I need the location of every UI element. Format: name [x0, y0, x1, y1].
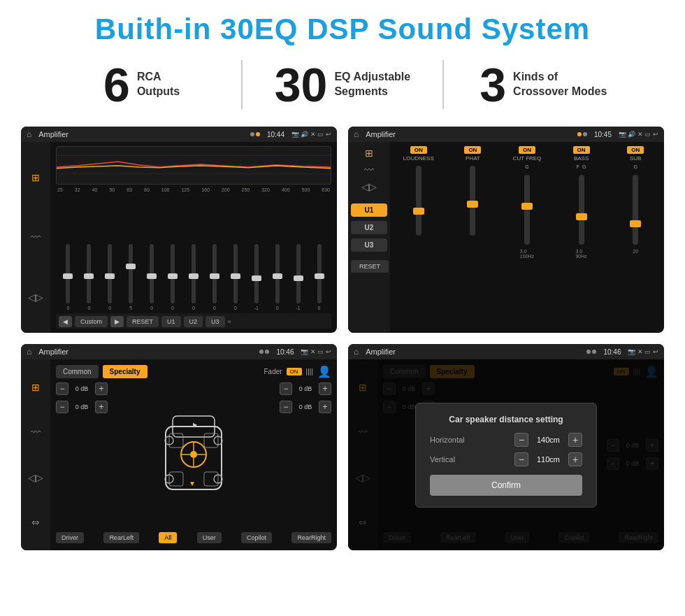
vertical-minus-btn[interactable]: − [514, 452, 528, 466]
slider-track-5[interactable] [171, 244, 175, 303]
vertical-plus-btn[interactable]: + [568, 452, 582, 466]
wave-icon[interactable]: 〰 [31, 231, 41, 243]
amp-preset-u1[interactable]: U1 [351, 203, 387, 217]
vol-minus-bl[interactable]: − [56, 401, 68, 413]
slider-thumb-5[interactable] [168, 273, 178, 279]
eq-slider-3[interactable]: 5 [122, 244, 140, 310]
slider-thumb-12[interactable] [315, 273, 324, 279]
eq-custom-button[interactable]: Custom [75, 316, 108, 327]
all-btn[interactable]: All [159, 532, 177, 543]
cutfreq-slider[interactable] [524, 175, 530, 245]
horizontal-minus-btn[interactable]: − [514, 433, 528, 447]
slider-track-10[interactable] [275, 244, 280, 303]
slider-thumb-11[interactable] [294, 275, 303, 281]
amp-eq-icon[interactable]: ⊞ [365, 148, 373, 159]
slider-thumb-9[interactable] [252, 275, 261, 281]
home-icon-4[interactable]: ⌂ [354, 347, 359, 357]
sub-thumb[interactable] [630, 220, 641, 227]
slider-track-7[interactable] [212, 244, 217, 303]
loudness-slider[interactable] [416, 166, 421, 236]
eq-slider-10[interactable]: 0 [268, 244, 287, 310]
slider-thumb-2[interactable] [105, 273, 115, 279]
slider-track-11[interactable] [296, 244, 301, 303]
rearright-btn[interactable]: RearRight [291, 532, 331, 543]
vol-plus-tl[interactable]: + [95, 382, 108, 395]
vol-minus-tr[interactable]: − [280, 382, 292, 395]
slider-thumb-8[interactable] [231, 273, 240, 279]
eq-slider-5[interactable]: 0 [164, 244, 182, 310]
amp-preset-u2[interactable]: U2 [351, 221, 387, 234]
eq-slider-12[interactable]: 0 [310, 244, 329, 310]
slider-thumb-4[interactable] [147, 273, 157, 279]
specialty-tab[interactable]: Specialty [103, 365, 147, 378]
eq-next-button[interactable]: ▶ [110, 316, 124, 327]
slider-val-7: 0 [213, 306, 216, 310]
sub-slider[interactable] [633, 175, 638, 245]
slider-track-1[interactable] [87, 244, 91, 303]
horizontal-plus-btn[interactable]: + [568, 433, 582, 447]
fader-on-badge: ON [287, 368, 302, 375]
user-btn[interactable]: User [197, 532, 222, 543]
vol-minus-br[interactable]: − [280, 401, 292, 413]
eq-u3-button[interactable]: U3 [206, 316, 225, 327]
slider-track-2[interactable] [108, 244, 112, 303]
s3-arrows-icon[interactable]: ⇔ [31, 517, 40, 528]
slider-thumb-0[interactable] [63, 273, 73, 279]
amp-wave-icon[interactable]: 〰 [364, 164, 374, 176]
eq-reset-button[interactable]: RESET [127, 316, 159, 327]
eq-slider-11[interactable]: -1 [289, 244, 308, 310]
slider-track-3[interactable] [129, 244, 133, 303]
phat-slider[interactable] [470, 166, 475, 236]
vol-plus-br[interactable]: + [319, 401, 331, 413]
vol-minus-tl[interactable]: − [56, 382, 68, 395]
eq-slider-9[interactable]: -1 [247, 244, 266, 310]
slider-track-9[interactable] [254, 244, 259, 303]
phat-label: PHAT [466, 155, 480, 162]
eq-slider-6[interactable]: 0 [185, 244, 203, 310]
loudness-thumb[interactable] [413, 208, 424, 215]
slider-thumb-6[interactable] [189, 273, 199, 279]
cutfreq-thumb[interactable] [521, 203, 533, 210]
slider-track-6[interactable] [192, 244, 196, 303]
slider-thumb-1[interactable] [84, 273, 94, 279]
eq-slider-7[interactable]: 0 [205, 244, 224, 310]
vol-plus-bl[interactable]: + [95, 401, 108, 413]
slider-thumb-7[interactable] [210, 273, 219, 279]
s3-eq-icon[interactable]: ⊞ [31, 382, 40, 393]
eq-u2-button[interactable]: U2 [184, 316, 203, 327]
eq-u1-button[interactable]: U1 [161, 316, 181, 327]
eq-slider-0[interactable]: 0 [59, 244, 78, 310]
slider-track-8[interactable] [233, 244, 238, 303]
bass-slider[interactable] [579, 175, 584, 245]
eq-slider-4[interactable]: 0 [143, 244, 161, 310]
copilot-btn[interactable]: Copilot [241, 532, 272, 543]
phat-thumb[interactable] [467, 201, 478, 208]
volume-icon[interactable]: ◁▷ [28, 292, 43, 303]
driver-btn[interactable]: Driver [56, 532, 84, 543]
amp-reset-button[interactable]: RESET [351, 260, 389, 273]
fader-slider[interactable]: |||| [306, 368, 313, 375]
home-icon-2[interactable]: ⌂ [354, 129, 359, 139]
eq-prev-button[interactable]: ◀ [59, 316, 72, 327]
slider-thumb-3[interactable] [126, 264, 136, 269]
eq-slider-2[interactable]: 0 [101, 244, 120, 310]
bass-thumb[interactable] [576, 213, 587, 220]
vol-plus-tr[interactable]: + [319, 382, 331, 395]
slider-thumb-10[interactable] [273, 273, 282, 279]
slider-track-12[interactable] [317, 244, 322, 303]
eq-icon[interactable]: ⊞ [31, 172, 40, 183]
confirm-button[interactable]: Confirm [430, 475, 582, 496]
amp-preset-u3[interactable]: U3 [351, 238, 387, 252]
slider-track-4[interactable] [150, 244, 154, 303]
common-tab[interactable]: Common [56, 365, 99, 378]
rearleft-btn[interactable]: RearLeft [103, 532, 139, 543]
speaker-layout-area: − 0 dB + − 0 dB + [56, 382, 331, 527]
home-icon[interactable]: ⌂ [27, 129, 31, 139]
slider-track-0[interactable] [66, 244, 70, 303]
eq-slider-8[interactable]: 0 [226, 244, 245, 310]
home-icon-3[interactable]: ⌂ [27, 347, 31, 357]
s3-wave-icon[interactable]: 〰 [31, 427, 41, 438]
s3-vol-icon[interactable]: ◁▷ [28, 472, 43, 483]
amp-vol-icon[interactable]: ◁▷ [361, 181, 377, 192]
eq-slider-1[interactable]: 0 [80, 244, 99, 310]
